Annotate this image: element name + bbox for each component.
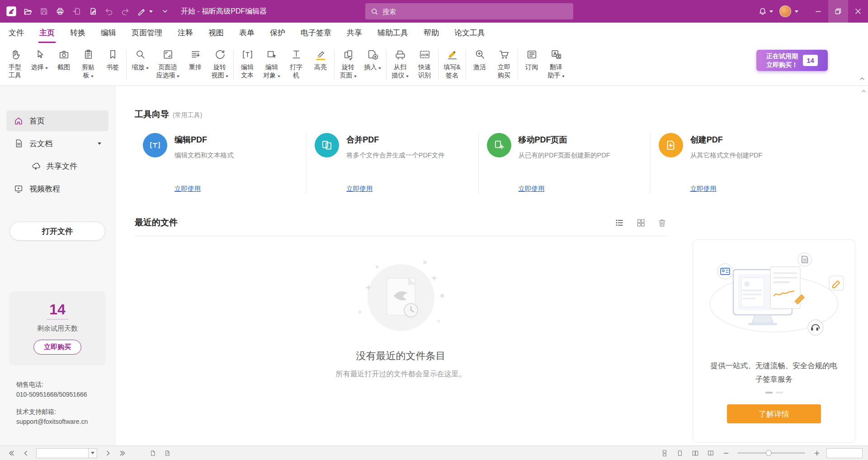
single-page-icon[interactable]: [674, 448, 685, 459]
ribbon-button-buy-now[interactable]: 立即购买: [492, 45, 516, 85]
close-button[interactable]: [848, 0, 868, 23]
esign-icon[interactable]: [134, 4, 149, 19]
menu-view[interactable]: 视图: [201, 23, 231, 43]
ribbon-button-bookmark[interactable]: 书签: [100, 45, 125, 85]
search-box[interactable]: [365, 3, 573, 19]
sidebar-item-shared-files[interactable]: 共享文件: [24, 156, 108, 176]
ribbon-button-scanner[interactable]: 从扫描仪: [388, 45, 412, 85]
bell-dropdown-caret-icon[interactable]: [769, 10, 773, 13]
ribbon-button-activate[interactable]: 激活: [467, 45, 492, 85]
carousel-dot[interactable]: [776, 392, 783, 394]
avatar-dropdown-caret-icon[interactable]: [795, 10, 798, 13]
share-doc-icon[interactable]: [69, 4, 84, 19]
book-view-icon[interactable]: [705, 448, 716, 459]
menu-edit[interactable]: 编辑: [93, 23, 124, 43]
menu-protect[interactable]: 保护: [262, 23, 293, 43]
user-avatar[interactable]: [779, 5, 791, 17]
trash-icon[interactable]: [657, 218, 667, 228]
ribbon-button-edit-text[interactable]: 编辑文本: [235, 45, 259, 85]
toggle-toolbar-icon[interactable]: [157, 4, 173, 19]
tool-card-create-pdf[interactable]: 创建PDF 从其它格式文件创建PDF 立即使用: [650, 133, 822, 193]
grid-view-icon[interactable]: [636, 218, 646, 228]
ribbon-button-fill-sign[interactable]: 填写&签名: [440, 45, 464, 85]
page-number-input[interactable]: [36, 448, 89, 458]
menu-share[interactable]: 共享: [339, 23, 370, 43]
tool-use-now-link[interactable]: 立即使用: [519, 185, 545, 193]
zoom-in-icon[interactable]: [811, 448, 822, 459]
first-page-icon[interactable]: [5, 448, 17, 459]
restore-button[interactable]: [828, 0, 848, 23]
search-input[interactable]: [382, 8, 568, 15]
ribbon-button-edit-object[interactable]: 编辑对象: [259, 45, 284, 85]
ribbon-button-translate[interactable]: 翻译助手: [544, 45, 568, 85]
redo-icon[interactable]: [118, 4, 133, 19]
esign-dropdown-caret-icon[interactable]: [149, 10, 153, 13]
ribbon-button-reflow[interactable]: 重排: [183, 45, 208, 85]
sidebar-item-cloud-docs[interactable]: 云文档: [6, 133, 108, 154]
menu-convert[interactable]: 转换: [62, 23, 93, 43]
ribbon-button-subscribe[interactable]: 订阅: [519, 45, 544, 85]
tool-use-now-link[interactable]: 立即使用: [690, 185, 717, 193]
tool-use-now-link[interactable]: 立即使用: [175, 185, 201, 193]
menu-organize[interactable]: 页面管理: [124, 23, 170, 43]
sidebar: 首页 云文档 共享文件 视频教程 打开文件 14 剩余试用天数 立即购买: [0, 86, 115, 446]
dropdown-caret-icon: [354, 76, 357, 77]
trial-upgrade-badge[interactable]: 正在试用期 立即购买！ 14: [756, 50, 828, 71]
menu-help[interactable]: 帮助: [416, 23, 447, 43]
list-view-icon[interactable]: [615, 218, 624, 228]
zoom-out-icon[interactable]: [720, 448, 731, 459]
undo-icon[interactable]: [101, 4, 117, 19]
prev-view-icon[interactable]: [147, 448, 158, 459]
open-file-button[interactable]: 打开文件: [9, 222, 105, 241]
ribbon-button-rotate-view[interactable]: 旋转视图: [208, 45, 232, 85]
export-doc-icon[interactable]: [85, 4, 100, 19]
next-page-icon[interactable]: [102, 448, 113, 459]
ribbon-button-rotate-pages[interactable]: 旋转页面: [336, 45, 360, 85]
last-page-icon[interactable]: [117, 448, 128, 459]
ribbon-button-typewriter[interactable]: 打字机: [284, 45, 308, 85]
buy-now-button[interactable]: 立即购买: [33, 340, 81, 355]
save-icon[interactable]: [36, 4, 52, 19]
ribbon-button-zoom[interactable]: 缩放: [128, 45, 152, 85]
carousel-dot-active[interactable]: [765, 392, 773, 394]
next-view-icon[interactable]: [161, 448, 173, 459]
prev-page-icon[interactable]: [20, 448, 31, 459]
expand-caret-icon[interactable]: [98, 142, 101, 145]
tool-card-combine-pdf[interactable]: 合并PDF 将多个文件合并生成一个PDF文件 立即使用: [306, 133, 478, 193]
menu-comment[interactable]: 注释: [170, 23, 201, 43]
menu-file[interactable]: 文件: [1, 23, 32, 43]
tool-use-now-link[interactable]: 立即使用: [346, 185, 373, 193]
zoom-slider[interactable]: [737, 452, 805, 454]
scrollbar-up-icon[interactable]: [861, 88, 867, 96]
menu-accessibility[interactable]: 辅助工具: [370, 23, 416, 43]
ribbon-button-hand-tool[interactable]: 手型工具: [3, 45, 27, 85]
ribbon-button-ocr[interactable]: OCR 快速识别: [412, 45, 437, 85]
facing-pages-icon[interactable]: [689, 448, 701, 459]
tool-card-edit-pdf[interactable]: 编辑PDF 编辑文档和文本格式 立即使用: [135, 133, 306, 193]
notifications-bell-icon[interactable]: [755, 4, 770, 19]
zoom-value-input[interactable]: [826, 448, 863, 458]
svg-text:OCR: OCR: [420, 53, 429, 57]
ribbon-button-highlight[interactable]: 高亮: [308, 45, 333, 85]
sidebar-item-home[interactable]: 首页: [6, 110, 108, 131]
tool-card-move-pdf-pages[interactable]: 移动PDF页面 从已有的PDF页面创建新的PDF 立即使用: [478, 133, 650, 193]
minimize-button[interactable]: [808, 0, 828, 23]
page-dropdown-icon[interactable]: [89, 448, 97, 458]
menu-form[interactable]: 表单: [231, 23, 262, 43]
learn-more-button[interactable]: 了解详情: [727, 404, 821, 423]
zoom-slider-thumb[interactable]: [766, 450, 772, 456]
ribbon-button-insert[interactable]: 插入: [360, 45, 385, 85]
ribbon-button-snapshot[interactable]: 截图: [52, 45, 76, 85]
print-icon[interactable]: [52, 4, 68, 19]
collapse-ribbon-icon[interactable]: [859, 76, 865, 84]
menu-esign[interactable]: 电子签章: [293, 23, 339, 43]
ribbon-button-fit-options[interactable]: 页面适应选项: [152, 45, 183, 85]
ribbon-button-clipboard[interactable]: 剪贴板: [76, 45, 100, 85]
ribbon-button-select[interactable]: 选择: [27, 45, 52, 85]
support-email-link[interactable]: support@foxitsoftware.cn: [16, 417, 115, 427]
open-file-icon[interactable]: [20, 4, 35, 19]
menu-home[interactable]: 主页: [32, 23, 62, 43]
menu-paper-tools[interactable]: 论文工具: [447, 23, 493, 43]
continuous-scroll-icon[interactable]: [659, 448, 670, 459]
sidebar-item-video-tutorials[interactable]: 视频教程: [6, 178, 108, 199]
